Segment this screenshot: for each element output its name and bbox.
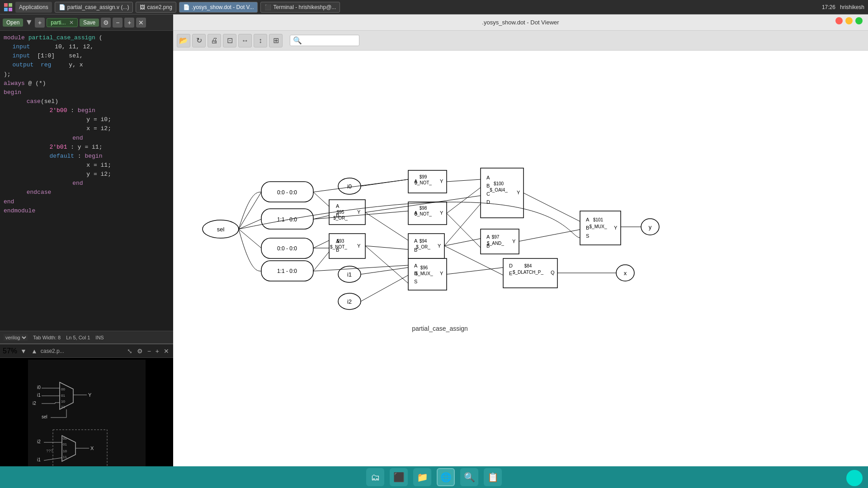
main-area: Open ▼ + parti... ✕ Save ⚙ − + ✕ module … <box>0 14 868 488</box>
code-line-14: default : begin <box>21 152 170 161</box>
svg-text:i0: i0 <box>347 183 352 190</box>
mode-label: INS <box>95 335 104 340</box>
tab-terminal[interactable]: ⬛ Terminal - hrishikeshp@... <box>260 2 340 13</box>
files-icon: 🗂 <box>371 472 380 483</box>
svg-text:Y: Y <box>614 225 618 230</box>
code-area[interactable]: module partial_case_assign ( input i0, i… <box>0 31 173 331</box>
maximize-button[interactable]: + <box>124 18 134 28</box>
settings-btn[interactable]: ⚙ <box>136 347 144 355</box>
svg-text:i2: i2 <box>37 439 41 444</box>
code-line-20: endmodule <box>4 206 170 216</box>
svg-rect-3 <box>9 8 12 11</box>
svg-text:i1: i1 <box>347 271 352 278</box>
tab-case2[interactable]: 🖼 case2.png <box>136 2 176 13</box>
search-box[interactable]: 🔍 <box>290 35 359 46</box>
tab-partial-label: partial_case_assign.v (...) <box>67 4 129 10</box>
tab-partial[interactable]: 📄 partial_case_assign.v (...) <box>55 2 133 13</box>
active-tab[interactable]: parti... ✕ <box>47 18 78 27</box>
svg-text:$101: $101 <box>593 217 604 222</box>
dock-terminal[interactable]: ⬛ <box>390 468 408 486</box>
save-button[interactable]: Save <box>80 19 99 27</box>
zoom-fit-button[interactable]: ⊞ <box>269 34 283 47</box>
top-taskbar: Applications 📄 partial_case_assign.v (..… <box>0 0 868 14</box>
btn-plus[interactable]: + <box>154 347 160 355</box>
dock-search[interactable]: 🔍 <box>460 468 478 486</box>
btn-minus[interactable]: − <box>146 347 152 355</box>
new-file-button[interactable]: + <box>35 18 45 28</box>
fit-button[interactable]: ⊡ <box>223 34 236 47</box>
left-wrapper: Open ▼ + parti... ✕ Save ⚙ − + ✕ module … <box>0 14 173 488</box>
svg-text:D: D <box>486 199 490 205</box>
svg-text:Y: Y <box>438 243 441 249</box>
dot-titlebar: .yosys_show.dot - Dot Viewer <box>173 14 868 31</box>
dock-folder[interactable]: 📁 <box>413 468 431 486</box>
svg-line-136 <box>447 213 481 248</box>
svg-text:Y: Y <box>357 243 361 249</box>
zoom-up-button[interactable]: ▲ <box>30 347 39 355</box>
print-button[interactable]: 🖨 <box>208 34 221 47</box>
minimize-button[interactable]: − <box>113 18 123 28</box>
minimize-button-win[interactable] <box>845 17 853 24</box>
fit-height-button[interactable]: ↕ <box>254 34 267 47</box>
svg-text:00: 00 <box>61 387 65 391</box>
svg-text:$100: $100 <box>494 181 504 186</box>
svg-text:???: ??? <box>46 449 53 453</box>
close-editor-button[interactable]: ✕ <box>136 18 146 28</box>
position-label: Ln 5, Col 1 <box>66 335 90 340</box>
status-bar: verilog Tab Width: 8 Ln 5, Col 1 INS <box>0 331 173 343</box>
svg-line-139 <box>365 246 408 283</box>
refresh-button[interactable]: ↻ <box>192 34 206 47</box>
tab-terminal-icon: ⬛ <box>264 4 271 10</box>
svg-text:i2: i2 <box>33 401 36 406</box>
svg-text:$_OAI4_: $_OAI4_ <box>490 188 508 192</box>
open-file-button[interactable]: 📂 <box>177 34 190 47</box>
svg-text:i2: i2 <box>347 298 352 305</box>
settings-button[interactable]: ⚙ <box>101 18 111 28</box>
code-line-10: y = i0; <box>30 115 170 124</box>
svg-text:Q: Q <box>551 270 555 275</box>
svg-text:A: A <box>486 175 490 180</box>
svg-text:sel: sel <box>42 414 47 419</box>
svg-text:$95: $95 <box>337 210 344 215</box>
svg-text:sel: sel <box>217 226 225 233</box>
dropdown-icon[interactable]: ▼ <box>25 18 33 27</box>
search-input[interactable] <box>302 38 356 44</box>
svg-line-130 <box>365 246 408 249</box>
dock-browser[interactable]: 🌐 <box>437 468 455 486</box>
open-button[interactable]: Open <box>3 19 23 27</box>
svg-text:$_MUX_: $_MUX_ <box>590 224 607 229</box>
svg-text:$_DLATCH_P_: $_DLATCH_P_ <box>513 270 544 275</box>
dock-desktop[interactable]: 📋 <box>484 468 502 486</box>
dock-files[interactable]: 🗂 <box>366 468 384 486</box>
code-line-18: endcase <box>13 188 170 197</box>
search-icon: 🔍 <box>293 36 302 45</box>
applications-menu[interactable]: Applications <box>15 2 52 13</box>
right-pane: .yosys_show.dot - Dot Viewer 📂 ↻ 🖨 ⊡ ↔ ↕… <box>173 14 868 488</box>
expand-button[interactable]: ⤡ <box>126 347 134 355</box>
tab-width-label: Tab Width: 8 <box>33 335 61 340</box>
close-button[interactable] <box>835 17 843 24</box>
svg-text:$97: $97 <box>492 235 500 239</box>
svg-text:D: D <box>509 263 513 268</box>
svg-text:E: E <box>509 271 512 276</box>
tab-close-icon[interactable]: ✕ <box>69 19 74 26</box>
tab-case2-icon: 🖼 <box>140 4 145 10</box>
svg-text:$84: $84 <box>524 263 532 268</box>
svg-line-126 <box>313 265 408 271</box>
zoom-label: 57% <box>3 347 17 355</box>
tab-dot[interactable]: 📄 .yosys_show.dot - Dot V... <box>179 2 258 13</box>
svg-line-120 <box>313 192 329 206</box>
svg-line-128 <box>361 179 408 186</box>
maximize-button-win[interactable] <box>855 17 863 24</box>
dot-content[interactable]: sel i0 i1 i2 0:0 - 0:0 1:1 - 0:0 <box>173 51 868 488</box>
fit-width-button[interactable]: ↔ <box>238 34 252 47</box>
btn-close[interactable]: ✕ <box>162 347 170 355</box>
filetype-select[interactable]: verilog <box>4 334 28 341</box>
svg-line-137 <box>361 267 408 274</box>
svg-text:10: 10 <box>63 449 67 453</box>
code-line-6: always @ (*) <box>4 79 170 88</box>
svg-text:$98: $98 <box>420 206 427 211</box>
zoom-down-button[interactable]: ▼ <box>19 347 28 355</box>
applications-label: Applications <box>19 4 48 10</box>
svg-text:B: B <box>586 225 589 230</box>
